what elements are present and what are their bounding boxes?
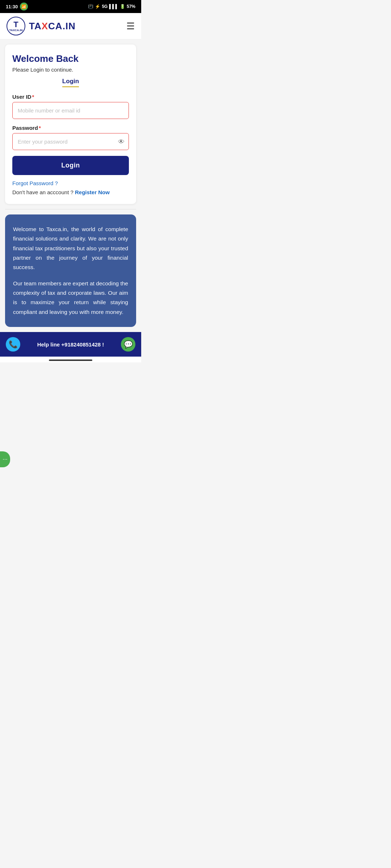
status-bar: 11:30 📶 📳 ⚡ 5G ▌▌▌ 🔋 57% <box>0 0 141 13</box>
tab-area: Login <box>12 78 129 87</box>
brand-dot-in: .IN <box>63 21 76 31</box>
no-account-text: Don't have an acccount ? <box>12 189 73 195</box>
network-icon: 5G <box>102 4 108 9</box>
vibrate-icon: 📳 <box>88 4 93 9</box>
user-id-wrapper <box>12 102 129 119</box>
welcome-subtitle: Please Login to continue. <box>12 67 129 73</box>
bottom-bar: 📞 Help line +918240851428 ! 💬 <box>0 332 141 357</box>
status-time-area: 11:30 📶 <box>6 3 28 10</box>
welcome-title: Welcome Back <box>12 53 129 64</box>
eye-icon[interactable]: 👁 <box>118 138 125 145</box>
logo-area: T TAXCA.IN TAXCA.IN <box>7 17 76 35</box>
main-content: Welcome Back Please Login to continue. L… <box>0 39 141 204</box>
logo-circle: T TAXCA.IN <box>7 17 25 35</box>
call-icon[interactable]: 📞 <box>6 337 20 352</box>
brand-name: TAXCA.IN <box>29 21 76 32</box>
navbar: T TAXCA.IN TAXCA.IN ☰ <box>0 13 141 39</box>
section-divider <box>5 209 136 209</box>
user-id-input[interactable] <box>12 102 129 119</box>
tab-login[interactable]: Login <box>62 78 79 87</box>
bluetooth-icon: ⚡ <box>95 4 100 9</box>
password-input[interactable] <box>12 133 129 150</box>
user-id-label: User ID* <box>12 94 129 100</box>
password-wrapper: 👁 <box>12 133 129 150</box>
brand-ta: TA <box>29 21 42 31</box>
helpline-text: Help line +918240851428 ! <box>37 341 104 348</box>
password-required: * <box>39 125 41 131</box>
forgot-password-link[interactable]: Forgot Password ? <box>12 180 58 186</box>
home-bar <box>49 359 92 361</box>
password-label: Password* <box>12 125 129 131</box>
battery-percent: 57% <box>127 4 135 9</box>
hamburger-menu[interactable]: ☰ <box>126 21 135 32</box>
info-para-2: Our team members are expert at decoding … <box>13 279 128 317</box>
battery-icon: 🔋 <box>120 4 125 9</box>
status-time: 11:30 <box>6 4 18 9</box>
home-indicator <box>0 357 141 362</box>
logo-t-letter: T <box>13 21 18 29</box>
register-row: Don't have an acccount ? Register Now <box>12 189 129 195</box>
logo-circle-text: TAXCA.IN <box>9 29 22 32</box>
wifi-icon: 📶 <box>20 3 28 10</box>
login-button[interactable]: Login <box>12 156 129 175</box>
login-card: Welcome Back Please Login to continue. L… <box>5 44 136 204</box>
info-card: Welcome to Taxca.in, the world of comple… <box>5 214 136 327</box>
info-para-1: Welcome to Taxca.in, the world of comple… <box>13 225 128 272</box>
user-id-required: * <box>32 94 34 100</box>
register-now-link[interactable]: Register Now <box>75 189 110 195</box>
status-right-area: 📳 ⚡ 5G ▌▌▌ 🔋 57% <box>88 4 135 9</box>
signal-bars: ▌▌▌ <box>109 4 118 9</box>
brand-x: X <box>42 21 48 31</box>
whatsapp-icon[interactable]: 💬 <box>121 337 135 352</box>
brand-ca: CA <box>48 21 63 31</box>
